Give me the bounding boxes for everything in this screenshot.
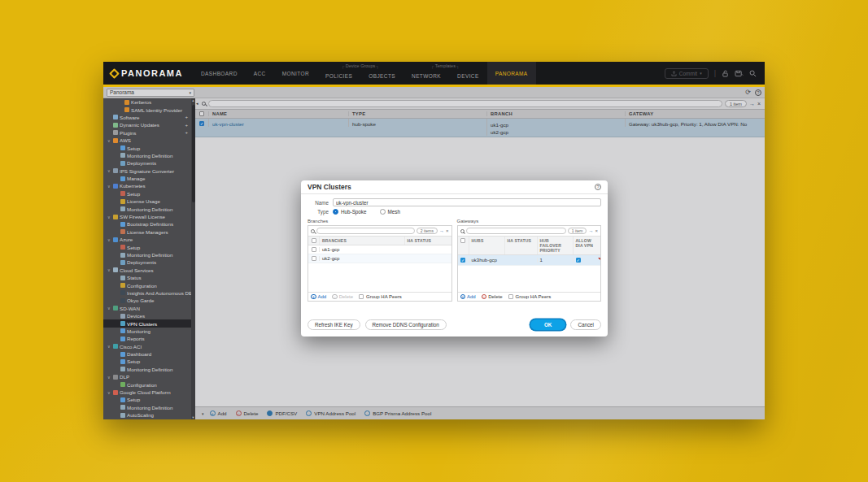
sidebar-item-google-cloud-platform[interactable]: ∨Google Cloud Platform (103, 389, 191, 396)
sidebar-item-insights-and-autonomous-dem[interactable]: Insights And Autonomous DEM (103, 289, 191, 297)
sidebar-item-plugins[interactable]: Plugins+ (103, 129, 191, 137)
chevron-down-icon[interactable]: ∨ (107, 375, 111, 380)
expand-plus-icon[interactable]: + (185, 123, 188, 128)
sidebar-item-cisco-aci[interactable]: ∨Cisco ACI (103, 343, 191, 350)
table-row[interactable]: uk-vpn-cluster hub-spoke uk1-gcp uk2-gcp… (195, 119, 765, 137)
footer-expand-icon[interactable]: ▾ (202, 411, 204, 416)
allow-dia-vpn-checkbox[interactable] (576, 258, 581, 263)
refresh-ike-key-button[interactable]: Refresh IKE Key (308, 319, 360, 330)
sidebar-item-kerberos[interactable]: Kerberos (103, 98, 191, 106)
chevron-down-icon[interactable]: ∨ (107, 390, 111, 395)
row-checkbox[interactable] (312, 256, 316, 261)
nav-policies[interactable]: POLICIES (317, 67, 360, 85)
help-icon[interactable]: ? (755, 89, 761, 96)
select-all-checkbox[interactable] (199, 111, 204, 116)
sidebar-item-deployments[interactable]: Deployments (103, 258, 191, 266)
chevron-down-icon[interactable]: ∨ (107, 215, 111, 219)
nav-acc[interactable]: ACC (246, 62, 274, 85)
pdf-csv-button[interactable]: PDF/CSV (267, 410, 297, 416)
col-header-hubs[interactable]: HUBS (469, 237, 504, 254)
sidebar-item-manage[interactable]: Manage (103, 175, 191, 182)
nav-dashboard[interactable]: DASHBOARD (193, 62, 246, 85)
clear-filter-icon[interactable]: × (595, 228, 598, 233)
bgp-prisma-address-pool-button[interactable]: · BGP Prisma Address Pool (364, 410, 431, 416)
row-checkbox[interactable] (312, 247, 316, 252)
context-selector[interactable]: Panorama ▾ (107, 89, 194, 97)
sidebar-item-dashboard[interactable]: Dashboard (103, 350, 191, 358)
sidebar-item-azure[interactable]: ∨Azure (103, 236, 191, 243)
remove-ddns-configuration-button[interactable]: Remove DDNS Configuration (365, 319, 447, 330)
clear-filter-icon[interactable]: × (757, 101, 761, 106)
col-header-name[interactable]: NAME (208, 111, 348, 116)
sidebar-item-reports[interactable]: Reports (103, 335, 191, 342)
sidebar-item-monitoring[interactable]: Monitoring (103, 328, 191, 335)
sidebar-item-monitoring-definition[interactable]: Monitoring Definition (103, 152, 191, 159)
name-field[interactable] (333, 198, 601, 206)
dialog-help-icon[interactable]: ? (595, 184, 601, 190)
col-header-ha-status[interactable]: HA STATUS (404, 237, 451, 245)
search-icon[interactable] (749, 70, 757, 77)
nav-panorama[interactable]: PANORAMA (487, 62, 536, 85)
sidebar-item-monitoring-definition[interactable]: Monitoring Definition (103, 205, 191, 212)
col-header-branch[interactable]: BRANCH (486, 111, 625, 116)
nav-device[interactable]: DEVICE (449, 67, 487, 85)
sidebar-item-monitoring-definition[interactable]: Monitoring Definition (103, 366, 191, 373)
refresh-icon[interactable]: ⟳ (745, 89, 751, 96)
col-header-type[interactable]: TYPE (348, 111, 486, 116)
row-checkbox[interactable] (460, 258, 465, 263)
sidebar-item-license-usage[interactable]: License Usage (103, 198, 191, 205)
row-checkbox[interactable] (199, 121, 204, 126)
table-search-input[interactable] (208, 100, 722, 107)
chevron-down-icon[interactable]: ∨ (107, 344, 111, 349)
ok-button[interactable]: OK (530, 319, 565, 330)
chevron-down-icon[interactable]: ∨ (107, 168, 111, 173)
radio-mesh[interactable]: Mesh (380, 209, 400, 215)
chevron-down-icon[interactable]: ∨ (107, 267, 111, 272)
sidebar-item-monitoring-definition[interactable]: Monitoring Definition (103, 404, 191, 411)
branch-row[interactable]: uk1-gcp (308, 245, 451, 254)
branches-search-input[interactable] (316, 228, 415, 234)
gateways-select-all-checkbox[interactable] (460, 238, 465, 243)
sidebar-item-setup[interactable]: Setup (103, 396, 191, 403)
sidebar-item-status[interactable]: Status (103, 274, 191, 281)
branches-select-all-checkbox[interactable] (312, 238, 316, 243)
save-config-icon[interactable] (735, 70, 744, 77)
radio-hub-spoke[interactable]: Hub-Spoke (333, 209, 367, 215)
sidebar-item-bootstrap-definitions[interactable]: Bootstrap Definitions (103, 220, 191, 228)
sidebar-item-setup[interactable]: Setup (103, 144, 191, 151)
sidebar-item-ips-signature-converter[interactable]: ∨IPS Signature Converter (103, 167, 191, 175)
scrollbar-thumb[interactable] (192, 105, 195, 202)
col-header-hub-failover-priority[interactable]: HUB FAILOVER PRIORITY (537, 237, 573, 254)
export-arrow-icon[interactable]: → (749, 101, 755, 106)
export-arrow-icon[interactable]: → (439, 228, 444, 233)
delete-button[interactable]: − Delete (236, 410, 259, 416)
cancel-button[interactable]: Cancel (570, 319, 601, 330)
sidebar-item-setup[interactable]: Setup (103, 358, 191, 365)
clear-filter-icon[interactable]: × (446, 228, 449, 233)
gateway-row[interactable]: uk3hub-gcp 1 (458, 255, 601, 266)
gateways-search-input[interactable] (466, 228, 566, 234)
sidebar-item-configuration[interactable]: Configuration (103, 380, 191, 388)
sidebar-item-sd-wan[interactable]: ∨SD-WAN (103, 305, 191, 312)
nav-objects[interactable]: OBJECTS (360, 67, 403, 85)
sidebar-item-devices[interactable]: Devices (103, 312, 191, 319)
branch-row[interactable]: uk2-gcp (308, 254, 451, 263)
sidebar-item-vpn-clusters[interactable]: VPN Clusters (103, 319, 191, 327)
branches-group-ha-checkbox[interactable]: Group HA Peers (359, 294, 402, 299)
export-arrow-icon[interactable]: → (588, 228, 593, 233)
chevron-down-icon[interactable]: ∨ (107, 184, 111, 189)
unlock-icon[interactable] (722, 70, 729, 77)
expand-plus-icon[interactable]: + (185, 130, 188, 135)
nav-monitor[interactable]: MONITOR (274, 62, 317, 85)
sidebar-item-dynamic-updates[interactable]: Dynamic Updates+ (103, 121, 191, 128)
sidebar-item-setup[interactable]: Setup (103, 190, 191, 198)
col-header-branches[interactable]: BRANCHES (319, 237, 404, 245)
sidebar-item-saml-identity-provider[interactable]: SAML Identity Provider (103, 106, 191, 113)
gateways-group-ha-checkbox[interactable]: Group HA Peers (508, 294, 552, 299)
sidebar-collapse-icon[interactable]: ◂ (196, 101, 198, 106)
chevron-down-icon[interactable]: ∨ (107, 237, 111, 242)
chevron-down-icon[interactable]: ∨ (107, 306, 111, 310)
chevron-down-icon[interactable]: ∨ (107, 138, 111, 143)
col-header-allow-dia-vpn[interactable]: ALLOW DIA VPN (573, 237, 601, 254)
sidebar-item-setup[interactable]: Setup (103, 243, 191, 250)
